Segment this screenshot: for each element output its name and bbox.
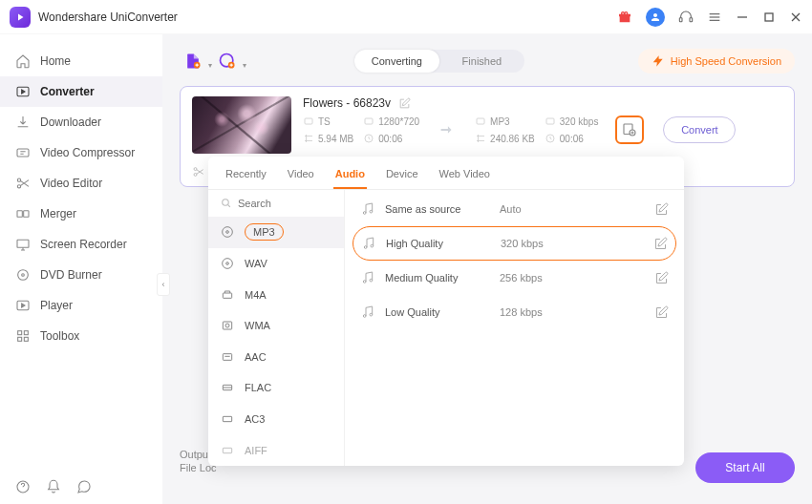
edit-icon[interactable] (654, 305, 669, 320)
tab-webvideo[interactable]: Web Video (438, 164, 492, 189)
res-icon (363, 116, 374, 127)
sidebar-item-downloader[interactable]: Downloader (0, 107, 162, 137)
sidebar-item-toolbox[interactable]: Toolbox (0, 321, 162, 351)
sidebar-item-home[interactable]: Home (0, 46, 162, 76)
format-item-aiff[interactable]: AIFF (208, 434, 344, 466)
tab-audio[interactable]: Audio (333, 164, 367, 189)
tab-video[interactable]: Video (286, 164, 316, 189)
file-name: Flowers - 66823v (303, 96, 391, 110)
edit-icon[interactable] (653, 237, 668, 251)
tab-converting[interactable]: Converting (354, 50, 439, 73)
format-label: AAC (245, 351, 267, 363)
close-button[interactable] (789, 10, 802, 24)
sidebar-item-merger[interactable]: Merger (0, 199, 162, 229)
player-icon (15, 298, 31, 313)
feedback-icon[interactable] (76, 479, 92, 494)
quality-rate: Auto (500, 203, 645, 215)
audio-format-icon (220, 380, 235, 395)
svg-point-38 (223, 227, 233, 238)
music-icon (360, 304, 375, 320)
format-item-m4a[interactable]: M4A (208, 279, 344, 310)
svg-point-37 (223, 200, 229, 206)
gift-icon[interactable] (617, 10, 632, 25)
svg-point-51 (364, 246, 367, 249)
format-label: FLAC (245, 382, 271, 393)
disc-icon (15, 267, 31, 283)
svg-point-49 (363, 212, 366, 215)
sidebar-item-label: Home (40, 54, 71, 68)
svg-rect-14 (24, 211, 29, 218)
svg-point-54 (370, 279, 373, 282)
format-icon (475, 116, 486, 127)
tab-finished[interactable]: Finished (439, 50, 524, 73)
svg-point-39 (226, 231, 229, 234)
scissors-icon (15, 176, 31, 191)
format-icon (303, 116, 314, 127)
size-icon (303, 133, 314, 144)
quality-item-high[interactable]: High Quality 320 kbps (353, 226, 676, 261)
trim-icon[interactable] (192, 165, 205, 178)
help-icon[interactable] (15, 479, 31, 494)
svg-point-44 (225, 324, 229, 327)
size-icon (475, 133, 486, 144)
sidebar-item-recorder[interactable]: Screen Recorder (0, 229, 162, 260)
sidebar-item-dvd[interactable]: DVD Burner (0, 260, 162, 290)
svg-point-41 (226, 262, 229, 265)
maximize-button[interactable] (762, 10, 776, 24)
format-item-flac[interactable]: FLAC (208, 372, 344, 404)
app-logo (10, 7, 31, 28)
format-item-wav[interactable]: WAV (208, 248, 344, 280)
convert-button[interactable]: Convert (663, 116, 736, 143)
format-item-mp3[interactable]: MP3 (208, 217, 344, 248)
format-label: M4A (245, 289, 267, 301)
edit-icon[interactable] (654, 271, 669, 285)
sidebar-item-label: Video Editor (40, 177, 102, 190)
quality-item-medium[interactable]: Medium Quality 256 kbps (353, 261, 676, 295)
sidebar-item-label: Converter (40, 85, 95, 98)
tab-recently[interactable]: Recently (224, 164, 268, 189)
svg-point-52 (371, 244, 374, 247)
add-file-button[interactable]: ▾ (180, 48, 206, 74)
quality-item-low[interactable]: Low Quality 128 kbps (353, 295, 676, 329)
add-url-button[interactable]: ▾ (214, 48, 241, 74)
edit-icon[interactable] (654, 202, 669, 217)
svg-rect-43 (223, 322, 231, 329)
rate-icon (545, 116, 556, 127)
format-label: WMA (245, 320, 270, 331)
quality-rate: 128 kbps (500, 306, 645, 318)
sidebar-item-player[interactable]: Player (0, 290, 162, 321)
home-icon (15, 53, 31, 69)
svg-point-40 (223, 259, 233, 269)
output-settings-button[interactable] (615, 116, 644, 144)
menu-icon[interactable] (707, 10, 722, 25)
quality-rate: 320 kbps (501, 238, 644, 249)
start-all-button[interactable]: Start All (695, 452, 795, 483)
titlebar: Wondershare UniConverter (0, 0, 812, 34)
video-thumbnail[interactable] (192, 96, 291, 154)
svg-rect-20 (24, 331, 28, 335)
account-icon[interactable] (646, 8, 665, 27)
format-label: WAV (245, 258, 267, 269)
support-icon[interactable] (678, 10, 694, 25)
sidebar-item-label: Video Compressor (40, 146, 135, 159)
svg-rect-22 (24, 337, 28, 341)
sidebar-item-label: Downloader (40, 116, 101, 129)
format-item-aac[interactable]: AAC (208, 341, 344, 372)
quality-item-source[interactable]: Same as source Auto (353, 192, 676, 226)
format-item-wma[interactable]: WMA (208, 310, 344, 342)
format-search-input[interactable] (238, 198, 324, 209)
svg-point-16 (18, 270, 29, 281)
svg-rect-30 (477, 118, 484, 124)
rename-icon[interactable] (398, 97, 411, 110)
svg-rect-10 (17, 149, 29, 157)
format-item-ac3[interactable]: AC3 (208, 404, 344, 435)
sidebar-item-converter[interactable]: Converter (0, 76, 162, 107)
tab-device[interactable]: Device (384, 164, 420, 189)
sidebar-item-compressor[interactable]: Video Compressor (0, 137, 162, 168)
sidebar-item-editor[interactable]: Video Editor (0, 168, 162, 199)
svg-rect-1 (690, 17, 693, 21)
minimize-button[interactable] (736, 10, 749, 24)
bell-icon[interactable] (46, 479, 61, 494)
high-speed-toggle[interactable]: High Speed Conversion (638, 49, 795, 74)
music-icon (360, 201, 375, 217)
